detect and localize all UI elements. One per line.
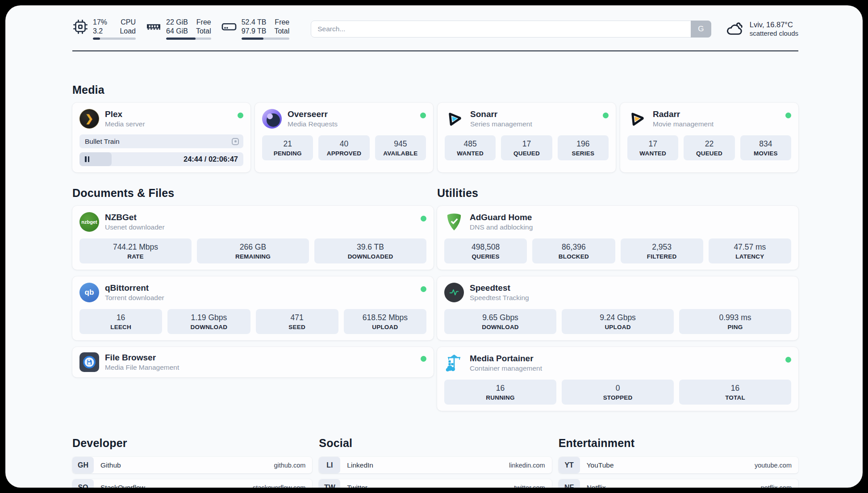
header-divider [72,50,798,51]
app-card-adguard[interactable]: AdGuard Home DNS and adblocking 498,508Q… [437,206,798,270]
app-description: Series management [470,120,532,128]
stat-upload: 9.24 GbpsUPLOAD [562,309,674,334]
stat-stopped: 0STOPPED [562,380,674,405]
disk-stat-widget: 52.4 TBFree 97.9 TBTotal [221,18,290,40]
status-online-dot [421,216,426,221]
app-card-radarr[interactable]: Radarr Movie management 17WANTED 22QUEUE… [620,103,798,172]
cpu-progress-bar [93,38,136,40]
app-card-speedtest[interactable]: Speedtest Speedtest Tracking 9.65 GbpsDO… [437,276,798,340]
stat-wanted: 17WANTED [627,135,678,160]
link-stackoverflow[interactable]: SO StackOverflow stackoverflow.com [72,479,312,488]
now-playing-row[interactable]: Bullet Train [79,134,243,148]
overseerr-icon [262,109,282,129]
youtube-icon: YT [559,457,580,473]
app-card-nzbget[interactable]: nzbget NZBGet Usenet downloader 744.21 M… [72,206,434,270]
stat-available: 945AVAILABLE [375,135,426,160]
app-name: File Browser [105,353,179,363]
section-title-media: Media [72,84,798,96]
stat-latency: 47.57 msLATENCY [709,238,791,263]
stat-rate: 744.21 MbpsRATE [79,238,192,263]
ram-total-label: Total [196,27,211,36]
filebrowser-icon [79,352,99,372]
stat-download: 1.19 GbpsDOWNLOAD [167,309,250,334]
cpu-load-label: Load [120,27,136,36]
cpu-icon [72,19,88,35]
app-card-overseerr[interactable]: Overseerr Media Requests 21PENDING 40APP… [255,103,433,172]
app-description: Movie management [653,120,714,128]
weather-widget[interactable]: Lviv, 16.87°C scattered clouds [726,20,798,38]
app-description: Usenet downloader [105,223,165,231]
disk-progress-bar [242,38,290,40]
search-engine-button[interactable]: G [691,21,711,38]
stat-approved: 40APPROVED [318,135,369,160]
link-github[interactable]: GH Github github.com [72,457,312,473]
link-youtube[interactable]: YT YouTube youtube.com [559,457,798,473]
status-online-dot [420,113,426,118]
netflix-icon: NF [559,479,580,488]
app-card-portainer[interactable]: Media Portainer Container management 16R… [437,347,798,411]
stat-upload: 618.52 MbpsUPLOAD [344,309,426,334]
disk-total-label: Total [274,27,289,36]
search-bar: G [311,21,711,38]
cloud-icon [726,20,744,38]
player-progress-fill [79,152,112,166]
linkedin-icon: LI [319,457,340,473]
media-grid: ❯ Plex Media server Bullet Train 24:44 /… [72,103,798,172]
app-description: Media File Management [105,363,179,372]
disk-total-value: 97.9 TB [242,27,267,36]
bookmark-group-entertainment: Entertainment YT YouTube youtube.com NF … [559,437,798,488]
pause-icon[interactable] [85,156,89,162]
app-card-plex[interactable]: ❯ Plex Media server Bullet Train 24:44 /… [72,103,250,172]
section-title-developer: Developer [72,437,312,450]
stat-blocked: 86,396BLOCKED [532,238,615,263]
section-title-entertainment: Entertainment [559,437,798,450]
app-description: Media server [105,120,145,128]
now-playing-title: Bullet Train [85,138,232,146]
status-online-dot [421,356,426,362]
sonarr-icon [445,109,464,129]
app-description: DNS and adblocking [470,223,533,231]
radarr-icon [627,109,647,129]
plex-icon: ❯ [79,109,99,129]
stat-movies: 834MOVIES [740,135,791,160]
disk-free-label: Free [275,18,289,27]
app-card-filebrowser[interactable]: File Browser Media File Management [72,347,434,377]
player-progress-row[interactable]: 24:44 / 02:06:47 [79,152,243,166]
qbittorrent-icon: qb [79,283,99,302]
app-name: Media Portainer [470,354,542,363]
stat-series: 196SERIES [558,135,609,160]
ram-stat-widget: 22 GiBFree 64 GiBTotal [146,18,211,40]
app-card-qbittorrent[interactable]: qb qBittorrent Torrent downloader 16LEEC… [72,276,434,340]
github-icon: GH [72,457,94,473]
weather-location-temp: Lviv, 16.87°C [750,21,798,29]
top-bar: 17%CPU 3.2Load 22 GiBFree 64 GiBTotal [72,18,798,40]
app-description: Media Requests [288,120,338,128]
link-linkedin[interactable]: LI LinkedIn linkedin.com [319,457,551,473]
search-input[interactable] [311,21,711,38]
cpu-usage-value: 17% [93,18,107,27]
stat-pending: 21PENDING [262,135,313,160]
link-twitter[interactable]: TW Twitter twitter.com [319,479,551,488]
stat-running: 16RUNNING [444,380,556,405]
stat-remaining: 266 GBREMAINING [197,238,309,263]
stackoverflow-icon: SO [72,479,94,488]
media-detail-icon[interactable] [232,138,239,145]
cpu-load-value: 3.2 [93,27,103,36]
app-name: Radarr [653,109,714,119]
link-netflix[interactable]: NF Netflix netflix.com [559,479,798,488]
app-name: NZBGet [105,213,165,222]
twitter-icon: TW [319,479,340,488]
portainer-icon [444,353,464,373]
stat-download: 9.65 GbpsDOWNLOAD [444,309,556,334]
ram-total-value: 64 GiB [166,27,188,36]
status-online-dot [785,357,791,363]
disk-free-value: 52.4 TB [242,18,267,27]
utilities-column: AdGuard Home DNS and adblocking 498,508Q… [437,206,798,411]
app-description: Torrent downloader [105,294,164,302]
section-title-utilities: Utilities [437,187,798,200]
bookmark-group-developer: Developer GH Github github.com SO StackO… [72,437,312,488]
app-card-sonarr[interactable]: Sonarr Series management 485WANTED 17QUE… [438,103,616,172]
cpu-label: CPU [121,18,136,27]
section-title-social: Social [319,437,551,450]
disk-icon [221,19,237,35]
